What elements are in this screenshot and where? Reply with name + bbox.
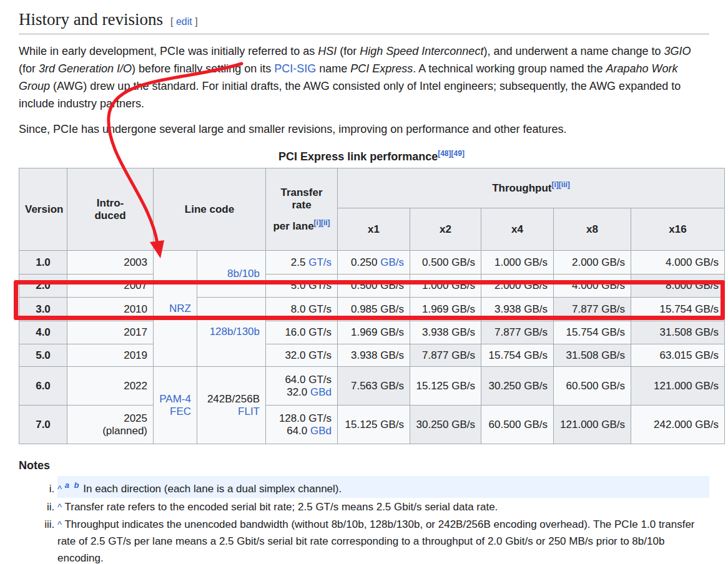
paragraph-text: . A technical working group named the [413,62,606,75]
throughput-cell: 31.508 GB/s [631,321,725,344]
throughput-cell: 30.250 GB/s [410,406,481,444]
table-row-v4: 4.0 2017 16.0 GT/s 1.969 GB/s 3.938 GB/s… [19,321,725,344]
throughput-cell: 15.754 GB/s [554,321,631,344]
fec-link[interactable]: FEC [170,406,191,417]
version-cell: 4.0 [19,321,67,344]
term-hsi: HSI [318,45,337,57]
col-header-x1: x1 [338,208,410,251]
version-cell: 5.0 [19,344,67,367]
revisions-paragraph: Since, PCIe has undergone several large … [19,120,694,138]
throughput-cell: 31.508 GB/s [554,344,631,367]
transfer-rate-cell: 64.0 GT/s32.0 GBd [266,367,338,406]
backref-ab-links[interactable]: a b [65,480,81,490]
transfer-rate-cell: 5.0 GT/s [266,275,338,298]
128b130b-link[interactable]: 128b/130b [210,326,260,338]
8b10b-link[interactable]: 8b/10b [227,268,260,280]
table-row-v3: 3.0 2010 128b/130b 8.0 GT/s 0.985 GB/s 1… [19,298,725,321]
paragraph-text: ) before finally settling on its [132,62,274,75]
throughput-cell: 0.500 GB/s [410,251,481,275]
throughput-cell: 60.500 GB/s [481,406,554,444]
caption-ref-links[interactable]: [48][49] [438,149,465,158]
throughput-cell: 1.000 GB/s [481,251,554,275]
throughput-cell: 0.985 GB/s [338,298,410,321]
throughput-cell: 7.877 GB/s [410,344,481,367]
gbd-link[interactable]: GBd [310,425,332,437]
throughput-cell: 15.125 GB/s [410,367,481,406]
year-cell: 2010 [67,298,154,321]
paragraph-text: (for [19,62,39,75]
table-row-v2: 2.0 2007 5.0 GT/s 0.500 GB/s 1.000 GB/s … [19,275,725,298]
edit-bracket-open: [ [170,16,173,27]
col-header-version: Version [19,168,67,251]
throughput-cell: 121.000 GB/s [554,406,631,444]
throughput-cell: 2.000 GB/s [481,275,554,298]
throughput-cell: 0.250 GB/s [338,251,410,275]
throughput-cell: 30.250 GB/s [481,367,554,406]
throughput-cell: 60.500 GB/s [554,367,631,406]
year-cell: 2007 [67,275,154,298]
throughput-cell: 7.877 GB/s [481,321,554,344]
pci-sig-link[interactable]: PCI-SIG [274,62,316,75]
line-code-pam4-fec-cell: PAM-4FEC [154,367,197,444]
backref-caret-link[interactable]: ^ [57,484,62,494]
table-row-v7: 7.0 2025(planned) 128.0 GT/s64.0 GBd 15.… [19,406,725,444]
version-cell: 6.0 [19,367,67,406]
gbd-link[interactable]: GBd [310,386,332,398]
table-row-v6: 6.0 2022 PAM-4FEC 242B/256B FLIT 64.0 GT… [19,367,725,406]
year-cell: 2025(planned) [67,406,154,444]
version-cell: 7.0 [19,406,67,444]
paragraph-text: ), and underwent a name change to [483,45,664,57]
edit-section: [ edit ] [170,16,198,27]
throughput-cell: 63.015 GB/s [631,344,725,367]
line-code-flit-cell: 242B/256B FLIT [197,367,266,444]
pam4-link[interactable]: PAM-4 [159,393,191,405]
flit-link[interactable]: FLIT [238,406,260,417]
gbs-link[interactable]: GB/s [380,256,404,268]
line-code-8b10b-cell: 8b/10b [197,251,266,298]
nrz-link[interactable]: NRZ [169,303,191,314]
transfer-rate-ref-links[interactable]: [i][ii] [314,218,330,227]
col-header-throughput: Throughput[i][iii] [338,168,725,208]
col-header-x2: x2 [410,208,481,251]
version-cell: 2.0 [19,275,67,298]
transfer-rate-cell: 32.0 GT/s [266,344,338,367]
throughput-cell: 15.754 GB/s [481,344,554,367]
gts-link[interactable]: GT/s [308,256,332,268]
backref-caret-link[interactable]: ^ [57,519,62,530]
note-item-i: ^ a b In each direction (each lane is a … [57,476,709,498]
table-row-v5: 5.0 2019 32.0 GT/s 3.938 GB/s 7.877 GB/s… [19,344,725,367]
year-cell: 2003 [67,251,154,275]
throughput-cell: 242.000 GB/s [631,406,725,444]
term-high-speed-interconnect: High Speed Interconnect [360,45,483,57]
term-3rd-generation-io: 3rd Generation I/O [39,62,132,75]
throughput-cell: 4.000 GB/s [631,251,725,275]
col-header-x16: x16 [631,208,725,251]
throughput-cell: 3.938 GB/s [481,298,554,321]
notes-heading: Notes [19,459,709,472]
pcie-link-performance-table: Version Intro-duced Line code Transfer r… [19,168,725,444]
col-header-transfer-rate: Transfer rateper lane[i][ii] [266,168,338,251]
edit-bracket-close: ] [195,16,197,27]
section-heading: History and revisions[ edit ] [19,10,709,34]
throughput-cell: 15.125 GB/s [338,406,410,444]
throughput-cell: 7.563 GB/s [338,367,410,406]
throughput-cell: 121.000 GB/s [631,367,725,406]
section-title: History and revisions [19,10,163,29]
throughput-cell: 1.969 GB/s [410,298,481,321]
throughput-cell: 1.969 GB/s [338,321,410,344]
paragraph-text: While in early development, PCIe was ini… [19,45,318,57]
header-row-1: Version Intro-duced Line code Transfer r… [19,168,725,208]
line-code-128b130b-cell: 128b/130b [197,298,266,367]
backref-caret-link[interactable]: ^ [57,502,62,512]
table-row-v1: 1.0 2003 NRZ 8b/10b 2.5 GT/s 0.250 GB/s … [19,251,725,275]
year-cell: 2022 [67,367,154,406]
note-text: In each direction (each lane is a dual s… [83,483,342,495]
table-caption-text: PCI Express link performance [278,150,438,163]
edit-link[interactable]: edit [176,16,192,27]
col-header-x4: x4 [481,208,554,251]
term-3gio: 3GIO [664,45,691,57]
throughput-ref-links[interactable]: [i][iii] [552,180,570,189]
note-item-ii: ^ Transfer rate refers to the encoded se… [57,498,709,515]
col-header-line-code: Line code [154,168,266,251]
note-text: Transfer rate refers to the encoded seri… [64,501,498,513]
